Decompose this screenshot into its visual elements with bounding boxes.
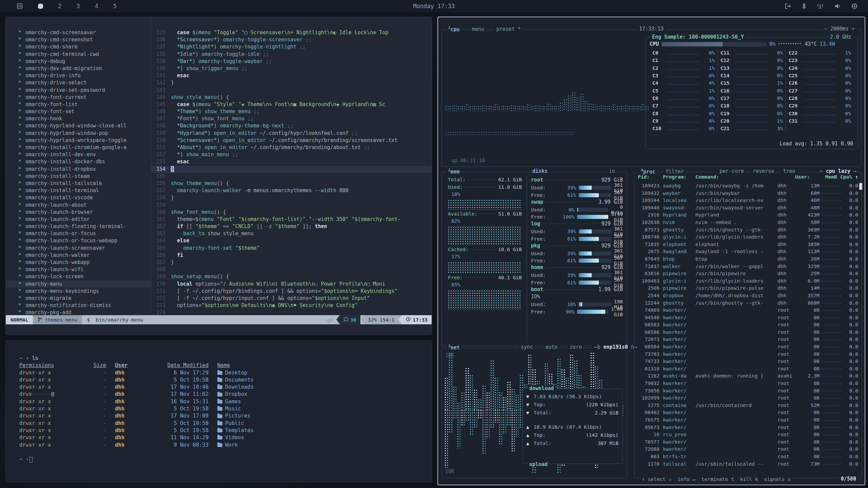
menu-button[interactable]: menu [470, 26, 486, 32]
footer-key-terminate[interactable]: terminate t [702, 476, 734, 482]
proc-row[interactable]: 94540kworker/root0B0.0 [638, 314, 858, 322]
proc-row[interactable]: 73656kworker/root0B0.0 [638, 387, 858, 395]
net-zero-button[interactable]: zero [568, 344, 584, 350]
proc-row[interactable]: 71837walker/usr/bin/walker --gappldhh325… [638, 263, 858, 270]
file-list-item[interactable]: *omarchy-migrate [6, 295, 151, 302]
proc-row[interactable]: 109432waybar/usr/bin/waybardhh68M0.0 [638, 190, 858, 197]
proc-row[interactable]: 1162avahi-daavahi-daemon: running [avahi… [638, 372, 858, 380]
file-list-item[interactable]: *omarchy-install-terminal [6, 187, 151, 194]
proc-row[interactable]: 2544dropbox/home/dhh/.dropbox-distdhh357… [638, 292, 858, 300]
file-list-item[interactable]: *omarchy-install-chromium-google-a [6, 144, 151, 151]
proc-row[interactable]: 76575kworker/root0B0.0 [638, 416, 858, 424]
file-explorer-pane[interactable]: *omarchy-cmd-screensaver*omarchy-cmd-scr… [6, 17, 151, 315]
proc-row[interactable]: 79032kworker/root0B0.0 [638, 380, 858, 387]
file-list-item[interactable]: *omarchy-install-docker-dbs [6, 158, 151, 165]
file-list-item[interactable]: *omarchy-launch-or-focus-webapp [6, 237, 151, 244]
proc-row[interactable]: 109344localsea/usr/lib/localsearch-exdhh… [638, 197, 858, 204]
file-list-item[interactable]: *omarchy-notification-dismiss [6, 302, 151, 309]
file-list-item[interactable]: *omarchy-hyprland-window-close-all [6, 122, 151, 129]
proc-row[interactable]: 109440swayosd-/usr/bin/swayosd-serverdhh… [638, 204, 858, 212]
proc-row[interactable]: 68584kworker/root0B0.0 [638, 343, 858, 351]
proc-row[interactable]: 74733kworker/root0B0.0 [638, 358, 858, 365]
proc-row[interactable]: 12244ghostty/usr/bin/ghostty --gtk-dhh86… [638, 300, 858, 307]
file-list-item[interactable]: *omarchy-font-set [6, 108, 151, 115]
file-list-item[interactable]: *omarchy-install-vscode [6, 194, 151, 201]
footer-key-select[interactable]: ↑ select ↓ [642, 476, 671, 482]
proc-box-label[interactable]: 4proc [639, 168, 657, 175]
file-list-item[interactable]: *omarchy-install-steam [6, 173, 151, 180]
proc-row[interactable]: 109423swaybg/usr/bin/swaybg -i /homdhh13… [638, 182, 858, 190]
file-list-item[interactable]: *omarchy-menu [6, 281, 151, 288]
net-auto-button[interactable]: auto [544, 344, 559, 350]
proc-scrollbar-thumb[interactable] [859, 183, 862, 190]
proc-reverse-button[interactable]: reverse [751, 168, 776, 174]
update-interval-control[interactable]: − 2000ms + [822, 26, 857, 32]
net-box-label[interactable]: 3net [447, 344, 461, 351]
proc-row[interactable]: 72073kworker/root0B0.0 [638, 336, 858, 343]
proc-row[interactable]: 1275containe/usr/bin/containerdroot52M0.… [638, 402, 858, 409]
file-list-item[interactable]: *omarchy-cmd-terminal-cwd [6, 51, 151, 58]
proc-row[interactable]: 2075XwaylandXwayland :1 -rootless -dhh11… [638, 248, 858, 256]
btop-window[interactable]: 1cpu menu preset * 17:33:13 − 2000ms + u… [437, 17, 865, 485]
proc-row[interactable]: 68402kworker/root0B0.0 [638, 409, 858, 416]
disks-label[interactable]: disks [531, 168, 549, 174]
proc-row[interactable]: 68583kworker/root0B0.0 [638, 321, 858, 329]
file-list-item[interactable]: *omarchy-drive-set-password [6, 87, 151, 94]
file-list-item[interactable]: *omarchy-launch-screensaver [6, 245, 151, 252]
proc-row[interactable]: 71835elephantelephantdhh385M0.0 [638, 241, 858, 248]
net-sync-button[interactable]: sync [519, 344, 535, 350]
footer-key-signals[interactable]: signals s [764, 476, 791, 482]
proc-row[interactable]: 102099kworker/root0B0.0 [638, 394, 858, 402]
file-list-item[interactable]: *omarchy-pkg-add [6, 309, 151, 315]
proc-row[interactable]: 63816pipewire/usr/bin/pipewiredhh25M0.0 [638, 270, 858, 278]
code-editor-pane[interactable]: 135 case $(menu "Toggle" "▢ Screensaver\… [151, 17, 432, 315]
file-list-item[interactable]: *omarchy-launch-floating-terminal- [6, 223, 151, 230]
proc-filter-button[interactable]: filter [664, 168, 686, 175]
preset-button[interactable]: preset * [495, 26, 522, 32]
proc-row[interactable]: 102638nvimnvim --embed .dhh58M0.0 [638, 219, 858, 226]
io-toggle[interactable]: io [607, 168, 617, 174]
proc-row[interactable]: 73703kworker/root0B0.0 [638, 351, 858, 358]
proc-row[interactable]: 16rcu_preeroot0B0.0 [638, 431, 858, 439]
footer-key-info[interactable]: info ↵ [677, 476, 695, 482]
file-list-item[interactable]: *omarchy-launch-walker [6, 252, 151, 259]
cpu-box-label[interactable]: 1cpu [447, 26, 461, 33]
file-list-item[interactable]: *omarchy-launch-editor [6, 216, 151, 223]
file-list-item[interactable]: *omarchy-launch-webapp [6, 259, 151, 266]
proc-percore-button[interactable]: per-core [718, 168, 746, 174]
proc-row[interactable]: 87649btopbtopdhh26M0.0 [638, 256, 858, 263]
proc-row[interactable]: 68586kworker/root0B0.0 [638, 329, 858, 336]
file-list-item[interactable]: *omarchy-font-list [6, 101, 151, 108]
proc-tree-button[interactable]: tree [781, 168, 797, 174]
file-list-item[interactable]: *omarchy-cmd-screenshot [6, 36, 151, 43]
proc-row[interactable]: 95673kworker/root0B0.0 [638, 424, 858, 431]
proc-row[interactable]: 76577kworker/root0B0.0 [638, 439, 858, 446]
file-list-item[interactable]: *omarchy-install-dropbox [6, 166, 151, 173]
nvim-window[interactable]: *omarchy-cmd-screensaver*omarchy-cmd-scr… [5, 17, 432, 335]
proc-row[interactable]: 2506pipewire/usr/bin/pipewire-pulsedhh14… [638, 285, 858, 292]
proc-row[interactable]: 106746glycin-i/usr/lib/glycin-loadersdhh… [638, 233, 858, 241]
file-list-item[interactable]: *omarchy-launch-about [6, 202, 151, 209]
mem-box-label[interactable]: 2mem [447, 168, 461, 175]
file-list-item[interactable]: *omarchy-cmd-screensaver [6, 29, 151, 36]
file-list-item[interactable]: *omarchy-hyprland-window-pop [6, 130, 151, 137]
file-list-item[interactable]: *omarchy-launch-wifi [6, 266, 151, 273]
file-list-item[interactable]: *omarchy-hook [6, 115, 151, 122]
file-list-item[interactable]: *omarchy-hyprland-workspace-toggle [6, 137, 151, 144]
file-list-item[interactable]: *omarchy-install-tailscale [6, 180, 151, 187]
file-list-item[interactable]: *omarchy-lock-screen [6, 273, 151, 280]
file-list-item[interactable]: *omarchy-drive-info [6, 72, 151, 79]
proc-row[interactable]: 803btrfs-trroot0B0.0 [638, 453, 858, 461]
file-list-item[interactable]: *omarchy-debug [6, 58, 151, 65]
file-list-item[interactable]: *omarchy-drive-select [6, 79, 151, 86]
file-list-item[interactable]: *omarchy-install-dev-env [6, 151, 151, 158]
file-list-item[interactable]: *omarchy-cmd-share [6, 43, 151, 50]
proc-sort-selector[interactable]: ← cpu lazy → [818, 168, 858, 174]
proc-row[interactable]: 72088kworker/root0B0.0 [638, 446, 858, 453]
file-list-item[interactable]: *omarchy-font-current [6, 94, 151, 101]
proc-row[interactable]: 74869kworker/root0B0.0 [638, 307, 858, 314]
proc-row[interactable]: 1170tailscal/usr/sbin/tailscaled --root7… [638, 461, 858, 468]
proc-row[interactable]: 81310kworker/root0B0.0 [638, 365, 858, 373]
proc-row[interactable]: 1916HyprlandHyprlanddhh423M0.0 [638, 211, 858, 219]
file-list-item[interactable]: *omarchy-dev-add-migration [6, 65, 151, 72]
